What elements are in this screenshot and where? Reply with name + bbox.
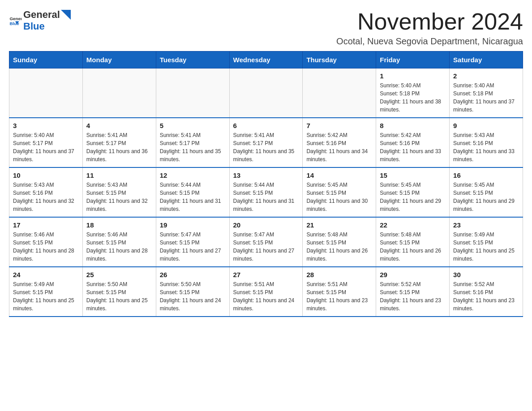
day-number: 6: [233, 122, 299, 129]
day-number: 15: [380, 171, 446, 179]
day-info: Sunrise: 5:43 AMSunset: 5:16 PMDaylight:…: [453, 131, 519, 163]
day-number: 21: [306, 221, 372, 229]
calendar-cell: 16Sunrise: 5:45 AMSunset: 5:15 PMDayligh…: [450, 167, 523, 217]
svg-text:Blue: Blue: [9, 21, 19, 26]
weekday-header-row: SundayMondayTuesdayWednesdayThursdayFrid…: [9, 51, 523, 68]
calendar-cell: 10Sunrise: 5:43 AMSunset: 5:16 PMDayligh…: [9, 167, 83, 217]
day-info: Sunrise: 5:50 AMSunset: 5:15 PMDaylight:…: [160, 280, 226, 313]
calendar-cell: 15Sunrise: 5:45 AMSunset: 5:15 PMDayligh…: [376, 167, 450, 217]
day-info: Sunrise: 5:51 AMSunset: 5:15 PMDaylight:…: [306, 280, 372, 313]
calendar-cell: 14Sunrise: 5:45 AMSunset: 5:15 PMDayligh…: [303, 167, 376, 217]
calendar-cell: 27Sunrise: 5:51 AMSunset: 5:15 PMDayligh…: [229, 267, 303, 317]
day-info: Sunrise: 5:46 AMSunset: 5:15 PMDaylight:…: [86, 231, 152, 263]
calendar-cell: 26Sunrise: 5:50 AMSunset: 5:15 PMDayligh…: [156, 267, 229, 317]
day-number: 9: [453, 122, 519, 129]
weekday-header-wednesday: Wednesday: [229, 51, 303, 68]
day-number: 14: [306, 171, 372, 179]
day-info: Sunrise: 5:46 AMSunset: 5:15 PMDaylight:…: [13, 231, 79, 263]
calendar-cell: [303, 68, 376, 118]
calendar-cell: 13Sunrise: 5:44 AMSunset: 5:15 PMDayligh…: [229, 167, 303, 217]
day-number: 20: [233, 221, 299, 229]
day-info: Sunrise: 5:40 AMSunset: 5:18 PMDaylight:…: [453, 81, 519, 114]
calendar-cell: 24Sunrise: 5:49 AMSunset: 5:15 PMDayligh…: [9, 267, 83, 317]
day-info: Sunrise: 5:51 AMSunset: 5:15 PMDaylight:…: [233, 280, 299, 313]
calendar-cell: 12Sunrise: 5:44 AMSunset: 5:15 PMDayligh…: [156, 167, 229, 217]
day-number: 10: [13, 171, 79, 179]
day-info: Sunrise: 5:47 AMSunset: 5:15 PMDaylight:…: [160, 231, 226, 263]
day-info: Sunrise: 5:48 AMSunset: 5:15 PMDaylight:…: [380, 231, 446, 263]
logo-blue: Blue: [23, 21, 45, 32]
day-number: 4: [86, 122, 152, 129]
day-info: Sunrise: 5:47 AMSunset: 5:15 PMDaylight:…: [233, 231, 299, 263]
calendar-cell: [9, 68, 83, 118]
day-number: 28: [306, 271, 372, 278]
day-number: 26: [160, 271, 226, 278]
calendar-cell: 11Sunrise: 5:43 AMSunset: 5:15 PMDayligh…: [82, 167, 156, 217]
calendar-cell: [229, 68, 303, 118]
day-number: 2: [453, 72, 519, 80]
calendar-cell: 20Sunrise: 5:47 AMSunset: 5:15 PMDayligh…: [229, 217, 303, 267]
calendar-cell: 25Sunrise: 5:50 AMSunset: 5:15 PMDayligh…: [82, 267, 156, 317]
day-info: Sunrise: 5:41 AMSunset: 5:17 PMDaylight:…: [233, 131, 299, 163]
calendar-cell: 21Sunrise: 5:48 AMSunset: 5:15 PMDayligh…: [303, 217, 376, 267]
day-number: 25: [86, 271, 152, 278]
calendar-cell: 7Sunrise: 5:42 AMSunset: 5:16 PMDaylight…: [303, 118, 376, 167]
day-info: Sunrise: 5:43 AMSunset: 5:15 PMDaylight:…: [86, 181, 152, 213]
day-info: Sunrise: 5:41 AMSunset: 5:17 PMDaylight:…: [160, 131, 226, 163]
calendar-table: SundayMondayTuesdayWednesdayThursdayFrid…: [9, 51, 523, 317]
calendar-cell: 17Sunrise: 5:46 AMSunset: 5:15 PMDayligh…: [9, 217, 83, 267]
weekday-header-thursday: Thursday: [303, 51, 376, 68]
calendar-cell: 2Sunrise: 5:40 AMSunset: 5:18 PMDaylight…: [450, 68, 523, 118]
day-number: 30: [453, 271, 519, 278]
day-info: Sunrise: 5:50 AMSunset: 5:15 PMDaylight:…: [86, 280, 152, 313]
logo-general: General: [23, 9, 60, 21]
day-info: Sunrise: 5:42 AMSunset: 5:16 PMDaylight:…: [380, 131, 446, 163]
calendar-cell: [82, 68, 156, 118]
day-number: 16: [453, 171, 519, 179]
calendar-week-row: 1Sunrise: 5:40 AMSunset: 5:18 PMDaylight…: [9, 68, 523, 118]
day-info: Sunrise: 5:49 AMSunset: 5:15 PMDaylight:…: [13, 280, 79, 313]
day-number: 12: [160, 171, 226, 179]
day-number: 17: [13, 221, 79, 229]
day-info: Sunrise: 5:45 AMSunset: 5:15 PMDaylight:…: [380, 181, 446, 213]
day-number: 1: [380, 72, 446, 80]
calendar-cell: 30Sunrise: 5:52 AMSunset: 5:16 PMDayligh…: [450, 267, 523, 317]
day-number: 24: [13, 271, 79, 278]
logo-triangle-icon: [61, 10, 71, 20]
calendar-body: 1Sunrise: 5:40 AMSunset: 5:18 PMDaylight…: [9, 68, 523, 317]
calendar-week-row: 10Sunrise: 5:43 AMSunset: 5:16 PMDayligh…: [9, 167, 523, 217]
calendar-cell: 23Sunrise: 5:49 AMSunset: 5:15 PMDayligh…: [450, 217, 523, 267]
day-number: 7: [306, 122, 372, 129]
weekday-header-saturday: Saturday: [450, 51, 523, 68]
calendar-cell: 5Sunrise: 5:41 AMSunset: 5:17 PMDaylight…: [156, 118, 229, 167]
calendar-header: SundayMondayTuesdayWednesdayThursdayFrid…: [9, 51, 523, 68]
page-header: General Blue General Blue November 2024 …: [9, 9, 523, 47]
title-block: November 2024 Ocotal, Nueva Segovia Depa…: [336, 9, 523, 47]
calendar-cell: 9Sunrise: 5:43 AMSunset: 5:16 PMDaylight…: [450, 118, 523, 167]
day-number: 13: [233, 171, 299, 179]
day-number: 29: [380, 271, 446, 278]
day-number: 19: [160, 221, 226, 229]
day-info: Sunrise: 5:42 AMSunset: 5:16 PMDaylight:…: [306, 131, 372, 163]
calendar-cell: 1Sunrise: 5:40 AMSunset: 5:18 PMDaylight…: [376, 68, 450, 118]
day-info: Sunrise: 5:43 AMSunset: 5:16 PMDaylight:…: [13, 181, 79, 213]
calendar-week-row: 17Sunrise: 5:46 AMSunset: 5:15 PMDayligh…: [9, 217, 523, 267]
logo: General Blue General Blue: [9, 9, 71, 32]
svg-text:General: General: [9, 16, 21, 21]
day-number: 27: [233, 271, 299, 278]
day-number: 8: [380, 122, 446, 129]
day-info: Sunrise: 5:41 AMSunset: 5:17 PMDaylight:…: [86, 131, 152, 163]
location-subtitle: Ocotal, Nueva Segovia Department, Nicara…: [336, 36, 523, 47]
calendar-cell: [156, 68, 229, 118]
day-number: 3: [13, 122, 79, 129]
calendar-cell: 22Sunrise: 5:48 AMSunset: 5:15 PMDayligh…: [376, 217, 450, 267]
calendar-cell: 19Sunrise: 5:47 AMSunset: 5:15 PMDayligh…: [156, 217, 229, 267]
day-number: 18: [86, 221, 152, 229]
day-info: Sunrise: 5:44 AMSunset: 5:15 PMDaylight:…: [160, 181, 226, 213]
day-info: Sunrise: 5:49 AMSunset: 5:15 PMDaylight:…: [453, 231, 519, 263]
day-info: Sunrise: 5:48 AMSunset: 5:15 PMDaylight:…: [306, 231, 372, 263]
calendar-cell: 6Sunrise: 5:41 AMSunset: 5:17 PMDaylight…: [229, 118, 303, 167]
calendar-cell: 8Sunrise: 5:42 AMSunset: 5:16 PMDaylight…: [376, 118, 450, 167]
logo-text-block: General Blue: [23, 9, 71, 32]
day-number: 5: [160, 122, 226, 129]
